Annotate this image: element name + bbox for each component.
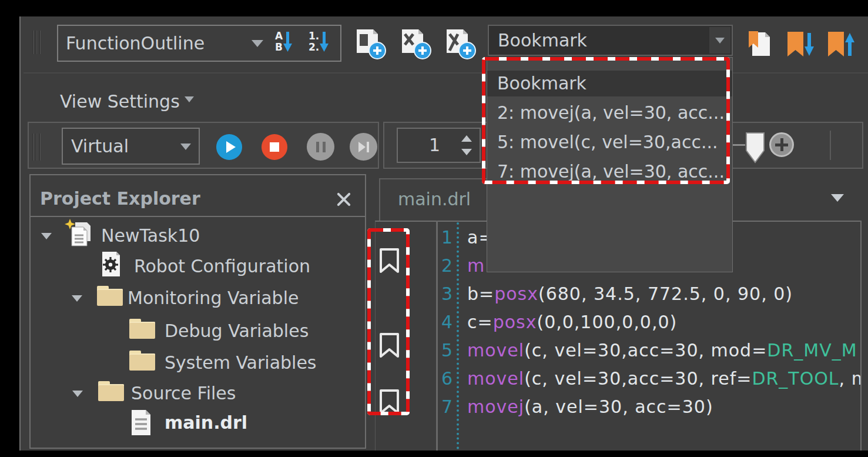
expander-icon[interactable] bbox=[72, 295, 82, 302]
line-number: 3 bbox=[420, 282, 453, 306]
line-number: 5 bbox=[420, 339, 453, 362]
play-icon bbox=[226, 141, 236, 153]
line-number: 2 bbox=[420, 254, 453, 278]
pause-button[interactable] bbox=[307, 133, 334, 161]
view-settings-menu[interactable]: View Settings bbox=[60, 91, 194, 111]
code-line-2: m bbox=[467, 254, 485, 278]
tree-item-source-files[interactable]: Source Files bbox=[131, 383, 236, 403]
toolbar-separator bbox=[24, 72, 868, 74]
step-button[interactable] bbox=[350, 133, 377, 161]
pause-icon bbox=[316, 142, 326, 152]
bookmark-combo-value: Bookmark bbox=[498, 26, 587, 55]
line-number: 4 bbox=[420, 311, 453, 334]
step-icon bbox=[358, 142, 369, 152]
code-line-5: movel(c, vel=30,acc=30, mod=DR_MV_M bbox=[467, 339, 857, 362]
sort-alphabetical-button[interactable]: A B bbox=[275, 31, 293, 54]
bookmark-previous-button[interactable] bbox=[827, 31, 855, 61]
tree-item-robot-configuration[interactable]: Robot Configuration bbox=[134, 256, 310, 276]
bookmark-flag-button[interactable] bbox=[745, 132, 766, 167]
bookmark-next-button[interactable] bbox=[786, 31, 815, 61]
tree-item-newtask10[interactable]: NewTask10 bbox=[101, 225, 200, 246]
add-bookmark-button[interactable] bbox=[769, 132, 794, 157]
view-settings-label: View Settings bbox=[60, 91, 180, 112]
add-function-document-button[interactable] bbox=[354, 28, 387, 62]
arrow-down-icon bbox=[283, 31, 293, 54]
drl-file-icon bbox=[130, 409, 152, 439]
plus-icon bbox=[775, 138, 788, 151]
toolbar-separator bbox=[830, 131, 831, 160]
line-number: 6 bbox=[420, 367, 453, 391]
toolbar-grip[interactable] bbox=[32, 31, 41, 54]
bookmark-dropdown-highlight bbox=[482, 57, 730, 186]
tree-item-main-drl[interactable]: main.drl bbox=[165, 412, 247, 433]
line-number: 7 bbox=[420, 395, 453, 419]
project-explorer-panel: Project Explorer bbox=[29, 174, 366, 449]
sort-num-2: 2. bbox=[309, 42, 319, 53]
panel-left-edge bbox=[19, 16, 21, 451]
tree-item-monitoring-variable[interactable]: Monitoring Variable bbox=[128, 288, 299, 308]
stop-button[interactable] bbox=[262, 134, 287, 160]
tab-list-icon[interactable] bbox=[831, 194, 844, 202]
line-number-value: 1 bbox=[398, 129, 440, 162]
sort-alpha-a: A bbox=[275, 31, 283, 42]
sort-alpha-b: B bbox=[275, 42, 283, 53]
spinner-up-icon[interactable] bbox=[461, 135, 472, 142]
bookmark-combo[interactable]: Bookmark bbox=[488, 25, 733, 56]
code-line-7: movej(a, vel=30, acc=30) bbox=[467, 395, 713, 419]
play-button[interactable] bbox=[216, 134, 242, 160]
code-line-6: movel(c, vel=30,acc=30, ref=DR_TOOL, m bbox=[467, 367, 868, 391]
task-icon bbox=[65, 219, 94, 252]
mode-combo-value: Virtual bbox=[71, 136, 129, 156]
robot-configuration-icon bbox=[101, 251, 121, 280]
tree-item-system-variables[interactable]: System Variables bbox=[165, 352, 317, 373]
line-number-spinner[interactable]: 1 bbox=[397, 128, 481, 163]
function-outline-combo[interactable]: FunctionOutline bbox=[66, 26, 205, 61]
chevron-down-icon bbox=[180, 144, 191, 150]
chevron-down-icon bbox=[715, 38, 725, 44]
editor-right-edge bbox=[860, 222, 868, 449]
add-document-button-2[interactable] bbox=[444, 28, 477, 62]
folder-icon bbox=[129, 319, 155, 339]
bookmark-combo-button[interactable] bbox=[709, 27, 730, 54]
project-explorer-title: Project Explorer bbox=[40, 188, 200, 209]
sort-numeric-button[interactable]: 1. 2. bbox=[309, 31, 329, 54]
line-number: 1 bbox=[420, 226, 453, 249]
chevron-down-icon[interactable] bbox=[252, 40, 263, 47]
folder-icon bbox=[97, 286, 123, 306]
function-outline-group: FunctionOutline A B 1. 2. bbox=[57, 25, 341, 62]
sort-num-1: 1. bbox=[309, 31, 319, 42]
run-toolbar-grip[interactable] bbox=[32, 134, 41, 161]
stop-icon bbox=[270, 142, 279, 152]
bookmark-gutter-highlight bbox=[367, 228, 410, 418]
indent-guide bbox=[457, 222, 459, 449]
chevron-down-icon bbox=[185, 96, 194, 102]
code-line-4: c=posx(0,0,100,0,0,0) bbox=[467, 311, 677, 334]
code-line-3: b=posx(680, 34.5, 772.5, 0, 90, 0) bbox=[467, 282, 793, 306]
expander-icon[interactable] bbox=[41, 233, 52, 239]
arrow-down-icon bbox=[319, 31, 329, 54]
tree-item-debug-variables[interactable]: Debug Variables bbox=[165, 321, 309, 341]
folder-icon bbox=[98, 381, 124, 401]
close-icon[interactable] bbox=[335, 191, 354, 208]
mode-combo[interactable]: Virtual bbox=[62, 128, 200, 165]
bookmark-page-button[interactable] bbox=[748, 30, 771, 61]
explorer-header-divider bbox=[31, 216, 365, 217]
tab-label: main.drl bbox=[398, 179, 471, 219]
expander-icon[interactable] bbox=[72, 391, 83, 397]
spinner-down-icon[interactable] bbox=[461, 149, 472, 155]
folder-icon bbox=[129, 351, 155, 371]
add-document-button[interactable] bbox=[400, 28, 432, 62]
